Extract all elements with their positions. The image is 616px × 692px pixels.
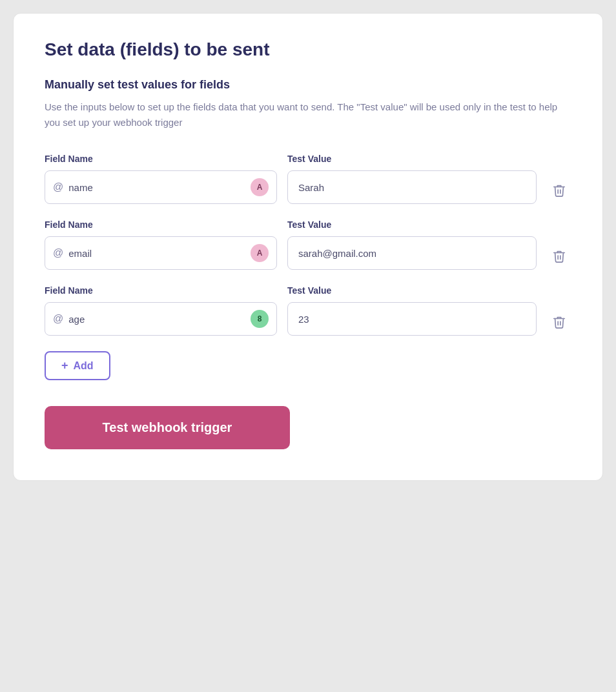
delete-button-1[interactable] (547, 178, 571, 203)
field-name-label-1: Field Name (45, 154, 277, 164)
field-name-input-wrapper-2: @ email A (45, 236, 277, 270)
field-name-group-2: Field Name @ email A (45, 219, 277, 270)
field-value-group-3: Test Value (287, 285, 537, 336)
test-webhook-button[interactable]: Test webhook trigger (45, 406, 290, 449)
main-card: Set data (fields) to be sent Manually se… (13, 13, 603, 481)
delete-button-3[interactable] (547, 310, 571, 334)
field-row-2: Field Name @ email A Test Value (45, 219, 571, 270)
test-value-input-2[interactable] (287, 236, 537, 270)
trash-icon-1 (552, 183, 566, 198)
field-name-label-2: Field Name (45, 219, 277, 230)
add-label: Add (74, 360, 94, 372)
trash-icon-2 (552, 249, 566, 263)
fields-container: Field Name @ name A Test Value (45, 154, 571, 336)
add-button[interactable]: + Add (45, 351, 110, 380)
at-symbol-2: @ (53, 247, 63, 259)
badge-3: 8 (251, 310, 269, 328)
field-name-input-wrapper-3: @ age 8 (45, 302, 277, 336)
field-name-text-2: email (68, 248, 251, 259)
at-symbol-1: @ (53, 181, 63, 193)
field-name-group-3: Field Name @ age 8 (45, 285, 277, 336)
field-name-input-wrapper-1: @ name A (45, 170, 277, 204)
plus-icon: + (61, 359, 68, 372)
field-name-group-1: Field Name @ name A (45, 154, 277, 204)
field-name-text-3: age (68, 314, 251, 325)
page-title: Set data (fields) to be sent (45, 39, 571, 60)
trash-icon-3 (552, 315, 566, 329)
test-value-input-1[interactable] (287, 170, 537, 204)
field-value-label-1: Test Value (287, 154, 537, 164)
delete-button-2[interactable] (547, 244, 571, 269)
at-symbol-3: @ (53, 313, 63, 325)
field-row-3: Field Name @ age 8 Test Value (45, 285, 571, 336)
field-row-1: Field Name @ name A Test Value (45, 154, 571, 204)
field-value-label-3: Test Value (287, 285, 537, 296)
field-value-label-2: Test Value (287, 219, 537, 230)
field-value-group-1: Test Value (287, 154, 537, 204)
field-name-label-3: Field Name (45, 285, 277, 296)
badge-1: A (251, 178, 269, 196)
field-value-group-2: Test Value (287, 219, 537, 270)
badge-2: A (251, 244, 269, 262)
test-value-input-3[interactable] (287, 302, 537, 336)
section-title: Manually set test values for fields (45, 78, 571, 92)
description-text: Use the inputs below to set up the field… (45, 99, 571, 130)
field-name-text-1: name (68, 182, 251, 193)
